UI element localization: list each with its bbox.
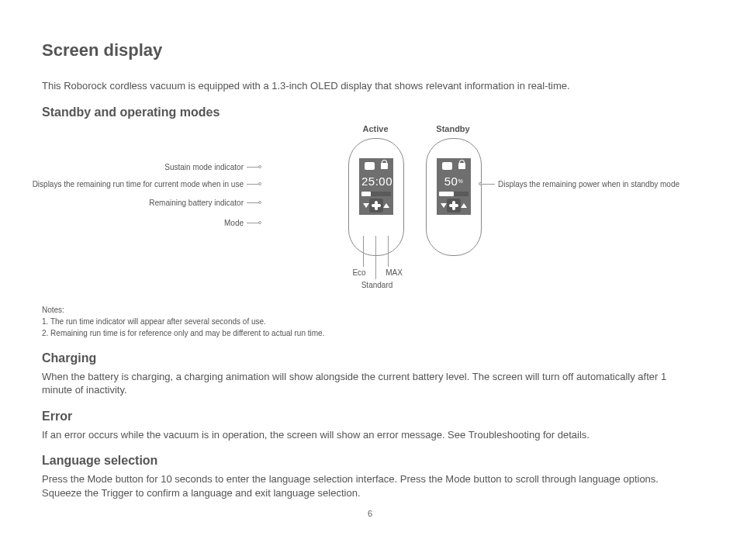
callout-text: Sustain mode indicator	[164, 163, 244, 171]
callout-runtime: Displays the remaining run time for curr…	[33, 180, 259, 188]
callout-mode: Mode	[224, 219, 259, 227]
section-heading-language: Language selection	[42, 454, 698, 468]
device-outline-active: 25:00	[348, 138, 404, 256]
language-paragraph: Press the Mode button for 10 seconds to …	[42, 472, 698, 500]
page-title: Screen display	[42, 40, 698, 60]
leader-line	[247, 184, 259, 185]
figure-label-active: Active	[348, 124, 403, 133]
mode-selector-row	[439, 199, 469, 213]
modes-figure: Active Standby 25:00	[42, 124, 698, 295]
fan-icon	[447, 199, 461, 213]
figure-label-standby: Standby	[426, 124, 480, 133]
lock-icon	[381, 163, 388, 169]
oled-screen-active: 25:00	[359, 158, 393, 215]
note-line: 1. The run time indicator will appear af…	[42, 316, 698, 327]
battery-bar	[361, 192, 391, 196]
note-line: 2. Remaining run time is for reference o…	[42, 327, 698, 339]
notes-block: Notes: 1. The run time indicator will ap…	[42, 304, 698, 339]
mode-label-eco: Eco	[352, 268, 365, 277]
section-heading-modes: Standby and operating modes	[42, 105, 698, 119]
callout-text: Remaining battery indicator	[149, 199, 244, 207]
leader-line	[247, 223, 259, 223]
leader-line	[388, 236, 389, 267]
max-arrow-icon	[461, 203, 467, 208]
mode-label-standard: Standard	[361, 281, 393, 289]
notes-title: Notes:	[42, 304, 698, 316]
section-heading-charging: Charging	[42, 351, 698, 365]
leader-line	[247, 167, 259, 168]
fan-icon	[369, 199, 383, 213]
callout-battery: Remaining battery indicator	[149, 199, 259, 207]
battery-bar	[439, 192, 469, 196]
leader-line	[247, 202, 259, 203]
leader-line	[481, 184, 495, 185]
runtime-value: 25:00	[361, 174, 391, 189]
charging-paragraph: When the battery is charging, a charging…	[42, 370, 698, 397]
callout-sustain: Sustain mode indicator	[164, 163, 259, 171]
error-paragraph: If an error occurs while the vacuum is i…	[42, 428, 698, 442]
eco-arrow-icon	[441, 203, 447, 208]
sustain-icon	[442, 162, 452, 170]
lock-icon	[458, 163, 465, 169]
oled-screen-standby: 50%	[437, 158, 471, 215]
callout-power: Displays the remaining power when in sta…	[481, 180, 679, 188]
section-heading-error: Error	[42, 410, 698, 423]
callout-text: Displays the remaining power when in sta…	[498, 180, 679, 188]
manual-page: Screen display This Roborock cordless va…	[0, 0, 740, 534]
leader-line	[375, 236, 376, 279]
callout-text: Mode	[224, 219, 244, 227]
power-value: 50%	[439, 174, 469, 189]
intro-paragraph: This Roborock cordless vacuum is equippe…	[42, 79, 698, 93]
device-outline-standby: 50%	[426, 138, 482, 256]
status-icons-row	[361, 161, 391, 171]
mode-label-max: MAX	[386, 268, 403, 277]
page-number: 6	[42, 509, 698, 518]
max-arrow-icon	[383, 203, 389, 208]
status-icons-row	[439, 161, 469, 171]
leader-line	[363, 236, 364, 267]
eco-arrow-icon	[363, 203, 369, 208]
sustain-icon	[365, 162, 375, 170]
mode-selector-row	[361, 199, 391, 213]
callout-text: Displays the remaining run time for curr…	[33, 180, 244, 188]
